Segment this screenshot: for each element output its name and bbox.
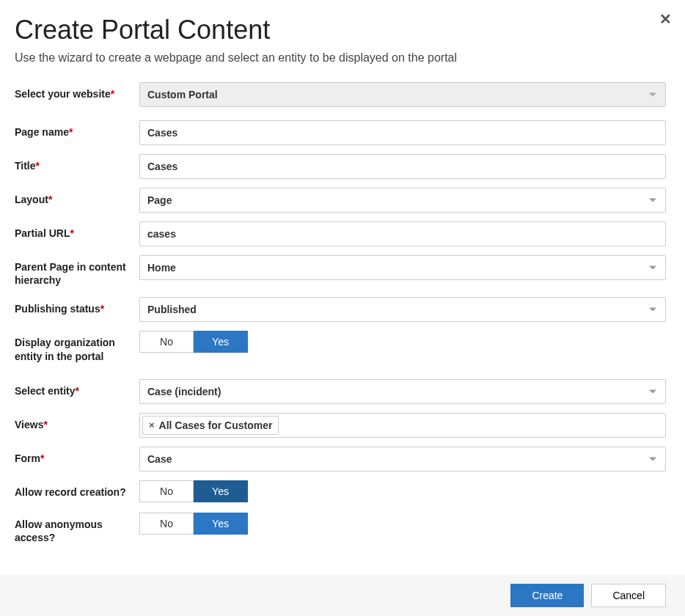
title-input[interactable] (139, 154, 666, 179)
form-select[interactable]: Case (139, 447, 666, 472)
dialog-title: Create Portal Content (15, 15, 666, 45)
label-page-name: Page name* (15, 120, 139, 139)
label-layout: Layout* (15, 188, 139, 206)
close-button[interactable]: ✕ (659, 12, 672, 26)
label-form: Form* (15, 447, 139, 465)
layout-value: Page (147, 194, 172, 206)
allow-anon-toggle: No Yes (139, 513, 666, 535)
allow-record-yes[interactable]: Yes (194, 480, 248, 502)
allow-record-toggle: No Yes (139, 480, 666, 502)
label-website: Select your website* (15, 82, 139, 100)
display-org-yes[interactable]: Yes (194, 331, 248, 353)
chevron-down-icon (649, 93, 656, 97)
page-name-input[interactable] (139, 120, 666, 145)
entity-value: Case (incident) (147, 386, 221, 397)
dialog-footer: Create Cancel (0, 575, 685, 616)
parent-page-value: Home (147, 262, 176, 274)
chevron-down-icon (649, 308, 656, 312)
partial-url-input[interactable] (139, 221, 666, 246)
dialog-subtitle: Use the wizard to create a webpage and s… (15, 51, 666, 65)
label-display-org: Display organization entity in the porta… (15, 331, 139, 362)
views-tag: × All Cases for Customer (142, 416, 279, 435)
views-multiselect[interactable]: × All Cases for Customer (139, 413, 666, 438)
allow-anon-no[interactable]: No (139, 513, 194, 535)
label-publishing-status: Publishing status* (15, 297, 139, 315)
display-org-no[interactable]: No (139, 331, 194, 353)
allow-anon-yes[interactable]: Yes (194, 513, 248, 535)
display-org-toggle: No Yes (139, 331, 666, 353)
label-allow-anon: Allow anonymous access? (15, 513, 139, 544)
form-value: Case (147, 453, 172, 465)
label-views: Views* (15, 413, 139, 431)
label-allow-record: Allow record creation? (15, 480, 139, 499)
publishing-status-value: Published (147, 304, 197, 315)
create-button[interactable]: Create (510, 584, 584, 607)
chevron-down-icon (649, 199, 656, 202)
label-title: Title* (15, 154, 139, 172)
parent-page-select[interactable]: Home (139, 255, 666, 280)
remove-tag-icon[interactable]: × (149, 419, 155, 430)
label-select-entity: Select entity* (15, 379, 139, 397)
chevron-down-icon (649, 266, 656, 270)
allow-record-no[interactable]: No (139, 480, 194, 502)
cancel-button[interactable]: Cancel (591, 584, 666, 607)
label-partial-url: Partial URL* (15, 221, 139, 240)
entity-select[interactable]: Case (incident) (139, 379, 666, 404)
chevron-down-icon (649, 389, 656, 393)
layout-select[interactable]: Page (139, 188, 666, 213)
publishing-status-select[interactable]: Published (139, 297, 666, 322)
website-value: Custom Portal (147, 89, 218, 100)
website-select[interactable]: Custom Portal (139, 82, 666, 107)
views-tag-label: All Cases for Customer (159, 419, 273, 431)
chevron-down-icon (649, 457, 656, 461)
label-parent-page: Parent Page in content hierarchy (15, 255, 139, 287)
